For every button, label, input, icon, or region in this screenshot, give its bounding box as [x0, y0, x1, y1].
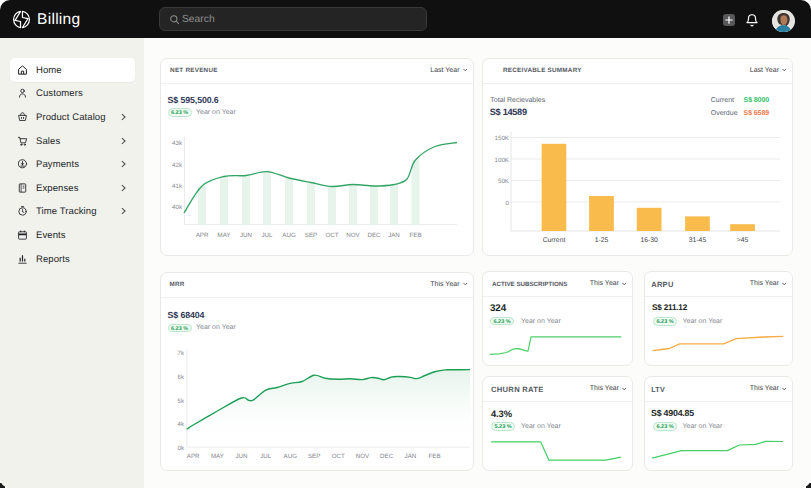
svg-text:SEP: SEP	[308, 453, 320, 460]
svg-text:42k: 42k	[172, 162, 183, 169]
svg-text:OCT: OCT	[332, 453, 345, 460]
svg-text:JUN: JUN	[240, 232, 252, 239]
svg-text:4k: 4k	[177, 421, 184, 428]
svg-text:7k: 7k	[177, 350, 184, 357]
svg-text:>45: >45	[737, 237, 749, 244]
svg-text:5k: 5k	[177, 398, 184, 405]
svg-text:AUG: AUG	[284, 453, 298, 460]
svg-text:31-45: 31-45	[689, 237, 707, 244]
svg-text:MAY: MAY	[211, 453, 224, 460]
svg-text:16-30: 16-30	[641, 237, 659, 244]
svg-text:OCT: OCT	[325, 232, 338, 239]
svg-text:JUN: JUN	[235, 453, 247, 460]
svg-text:SEP: SEP	[305, 232, 317, 239]
svg-text:50K: 50K	[498, 178, 510, 185]
svg-text:NOV: NOV	[356, 453, 370, 460]
svg-text:JAN: JAN	[388, 232, 400, 239]
svg-text:MAY: MAY	[218, 232, 231, 239]
svg-text:0k: 0k	[177, 445, 184, 452]
svg-text:Current: Current	[543, 237, 566, 244]
svg-text:DEC: DEC	[367, 232, 381, 239]
svg-text:JUL: JUL	[261, 232, 273, 239]
svg-text:NOV: NOV	[346, 232, 360, 239]
svg-text:0: 0	[506, 200, 510, 207]
svg-text:FEB: FEB	[409, 232, 421, 239]
svg-text:100K: 100K	[495, 157, 510, 164]
svg-text:APR: APR	[196, 232, 209, 239]
svg-text:AUG: AUG	[282, 232, 296, 239]
svg-text:JAN: JAN	[405, 453, 417, 460]
svg-text:APR: APR	[187, 453, 200, 460]
svg-text:JUL: JUL	[260, 453, 272, 460]
svg-text:1-25: 1-25	[595, 237, 609, 244]
svg-text:41k: 41k	[172, 183, 183, 190]
svg-text:40k: 40k	[172, 204, 183, 211]
svg-text:150K: 150K	[495, 135, 510, 142]
svg-text:6k: 6k	[177, 374, 184, 381]
svg-text:FEB: FEB	[429, 453, 441, 460]
svg-text:DEC: DEC	[380, 453, 394, 460]
svg-text:43k: 43k	[172, 140, 183, 147]
